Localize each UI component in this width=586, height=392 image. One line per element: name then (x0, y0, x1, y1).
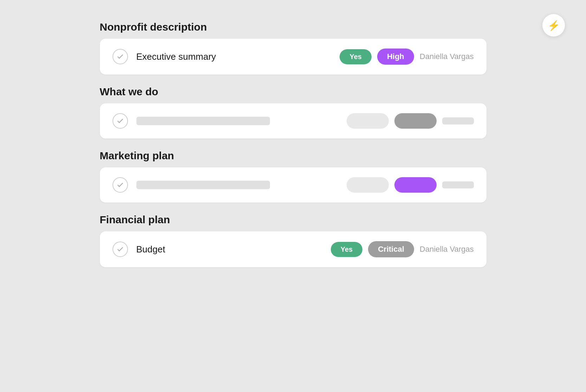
badges-marketing (347, 177, 474, 193)
badges-budget: Yes Critical Daniella Vargas (331, 241, 474, 257)
priority-badge-executive-summary[interactable]: High (377, 49, 414, 65)
assignee-executive-summary: Daniella Vargas (420, 52, 474, 61)
badges-what-we-do (347, 113, 474, 129)
section-marketing-plan: Marketing plan (100, 150, 487, 203)
priority-badge-budget[interactable]: Critical (368, 241, 414, 257)
yes-badge-placeholder-marketing (347, 177, 389, 193)
card-budget: Budget Yes Critical Daniella Vargas (100, 231, 487, 267)
priority-badge-placeholder-marketing (394, 177, 437, 193)
card-marketing-plan (100, 167, 487, 203)
assignee-placeholder-marketing (442, 181, 474, 188)
item-label-budget: Budget (136, 244, 322, 255)
section-nonprofit-description: Nonprofit description Executive summary … (100, 21, 487, 75)
section-what-we-do: What we do (100, 86, 487, 139)
check-icon-budget (112, 242, 128, 257)
yes-badge-budget[interactable]: Yes (331, 242, 362, 257)
section-title-marketing: Marketing plan (100, 150, 487, 162)
lightning-button[interactable]: ⚡ (542, 14, 565, 37)
main-container: ⚡ Nonprofit description Executive summar… (100, 21, 487, 278)
card-what-we-do (100, 103, 487, 139)
section-title-what-we-do: What we do (100, 86, 487, 98)
assignee-placeholder-what-we-do (442, 117, 474, 124)
lightning-icon: ⚡ (548, 20, 560, 31)
yes-badge-executive-summary[interactable]: Yes (340, 49, 371, 64)
item-label-placeholder-what-we-do (136, 117, 270, 125)
item-label-executive-summary: Executive summary (136, 51, 331, 62)
yes-badge-placeholder-what-we-do (347, 113, 389, 129)
item-label-placeholder-marketing (136, 181, 270, 189)
assignee-budget: Daniella Vargas (420, 245, 474, 254)
check-icon-executive-summary (112, 49, 128, 64)
badges-executive-summary: Yes High Daniella Vargas (340, 49, 474, 65)
check-icon-what-we-do (112, 113, 128, 129)
priority-badge-placeholder-what-we-do (394, 113, 437, 129)
section-title-nonprofit: Nonprofit description (100, 21, 487, 33)
section-title-financial: Financial plan (100, 214, 487, 226)
check-icon-marketing (112, 177, 128, 193)
section-financial-plan: Financial plan Budget Yes Critical Danie… (100, 214, 487, 267)
card-executive-summary: Executive summary Yes High Daniella Varg… (100, 39, 487, 75)
